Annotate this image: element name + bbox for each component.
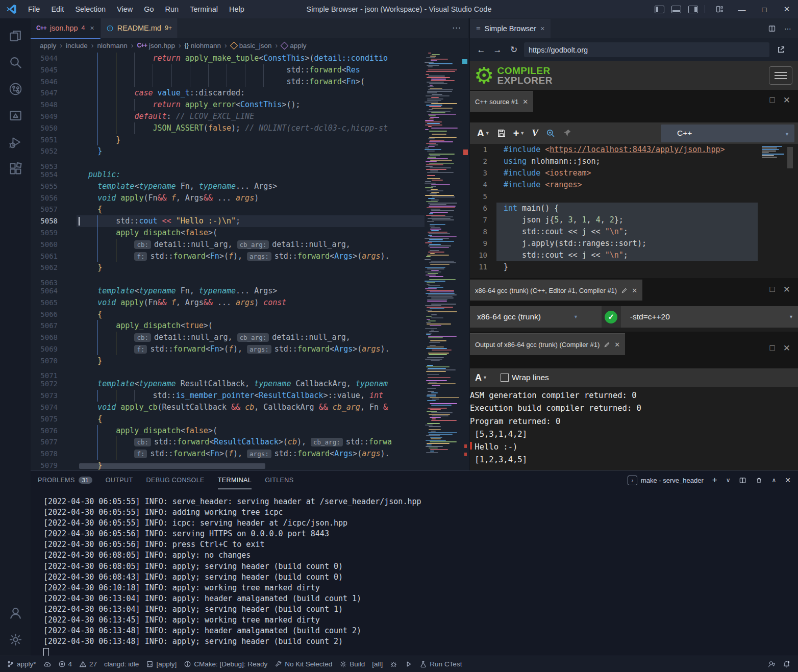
breadcrumb-item-nlohmann[interactable]: {}nlohmann [185, 42, 221, 49]
sidebar-item-source-control-icon[interactable] [3, 76, 28, 102]
minimize-button[interactable]: — [731, 0, 753, 18]
edit-title-icon[interactable] [621, 287, 628, 294]
code-line[interactable]: 3#include <iostream> [470, 167, 798, 179]
search-icon[interactable] [545, 128, 556, 138]
reload-icon[interactable]: ↻ [506, 44, 522, 55]
save-icon[interactable] [497, 129, 506, 138]
close-icon[interactable]: ✕ [632, 287, 637, 294]
code-line[interactable]: 5054 public: [31, 169, 425, 181]
maximize-pane-icon[interactable]: □ [769, 343, 775, 354]
status-cmake-debug-ready[interactable]: CMake: [Debug]: Ready [180, 660, 271, 668]
vim-mode-icon[interactable]: V [532, 128, 538, 139]
panel-tab-terminal[interactable]: TERMINAL [218, 471, 252, 489]
menu-edit[interactable]: Edit [45, 5, 69, 13]
maximize-button[interactable]: □ [753, 0, 776, 18]
code-line[interactable]: 5053 [31, 157, 425, 169]
font-size-icon[interactable]: A▼ [475, 372, 487, 383]
customize-layout-icon[interactable] [708, 0, 731, 18]
code-line[interactable]: 5071 [31, 367, 425, 379]
breadcrumb-item-apply[interactable]: apply [281, 42, 306, 49]
close-pane-icon[interactable]: ✕ [783, 284, 790, 295]
status-bug[interactable] [386, 660, 401, 668]
code-line[interactable]: 7 json j{5, 3, 1, 4, 2}; [470, 214, 798, 226]
code-line[interactable]: 5070 } [31, 355, 425, 367]
close-pane-icon[interactable]: ✕ [783, 95, 790, 106]
code-line[interactable]: 5064 template<typename Fn, typename... A… [31, 285, 425, 297]
open-external-icon[interactable] [777, 45, 785, 54]
more-actions-icon[interactable]: ⋯ [784, 24, 791, 33]
code-line[interactable]: 5066 { [31, 309, 425, 320]
menu-run[interactable]: Run [160, 5, 185, 13]
code-line[interactable]: 2using nlohmann::json; [470, 156, 798, 167]
terminal-output[interactable]: [2022-04-30 06:05:55] INFO: serve_header… [43, 496, 421, 647]
panel-tab-problems[interactable]: PROBLEMS31 [38, 471, 92, 489]
code-line[interactable]: 5076 apply_dispatch<false>( [31, 425, 425, 437]
code-line[interactable]: 5069 f:std::forward<Fn>(f), args:std::fo… [31, 343, 425, 355]
code-line[interactable]: 11} [470, 261, 798, 273]
status-bell[interactable] [779, 660, 794, 668]
code-line[interactable]: 5078 f:std::forward<Fn>(f), args:std::fo… [31, 448, 425, 460]
breadcrumb-item-nlohmann[interactable]: nlohmann [97, 42, 127, 49]
code-line[interactable]: 5047 case value_t::discarded: [31, 87, 425, 99]
close-icon[interactable]: × [540, 24, 544, 33]
terminal-instance[interactable]: › make - serve_header [628, 476, 704, 485]
status-cloud-sync[interactable] [40, 660, 55, 668]
toggle-secondary-sidebar-icon[interactable] [688, 6, 698, 13]
tab-json.hpp[interactable]: C++json.hpp4× [31, 18, 101, 39]
code-line[interactable]: 5068 cb:detail::null_arg, cb_arg:detail:… [31, 332, 425, 343]
close-pane-icon[interactable]: ✕ [783, 343, 790, 354]
close-icon[interactable]: × [90, 24, 94, 32]
code-line[interactable]: 5075 { [31, 413, 425, 425]
menu-view[interactable]: View [111, 5, 138, 13]
code-line[interactable]: 5072 template<typename ResultCallback, t… [31, 378, 425, 390]
status-clangd-idle[interactable]: clangd: idle [101, 660, 142, 668]
add-pane-icon[interactable]: +▼ [513, 128, 525, 139]
breadcrumb[interactable]: apply›include›nlohmann›C++json.hpp›{}nlo… [31, 38, 468, 53]
menu-help[interactable]: Help [223, 5, 250, 13]
sidebar-item-search-icon[interactable] [3, 49, 28, 76]
code-line[interactable]: 5077 cb:std::forward<ResultCallback>(cb)… [31, 436, 425, 448]
breadcrumb-item-include[interactable]: include [66, 42, 88, 49]
kill-terminal-icon[interactable] [755, 477, 763, 484]
toggle-panel-icon[interactable] [671, 6, 681, 13]
font-size-icon[interactable]: A▼ [477, 128, 490, 139]
close-panel-icon[interactable]: ✕ [785, 476, 791, 484]
tab-cpp-source[interactable]: C++ source #1✕ [470, 91, 533, 112]
account-icon[interactable] [3, 600, 28, 626]
close-icon[interactable]: ✕ [614, 341, 620, 349]
pin-icon[interactable] [563, 129, 572, 138]
chevron-down-icon[interactable]: ▼ [789, 314, 793, 319]
status-apply-[interactable]: apply* [3, 660, 40, 668]
code-line[interactable]: 5056 void apply(Fn&& f, Args&& ... args) [31, 192, 425, 204]
tab-simple-browser[interactable]: ≡ Simple Browser × [470, 19, 551, 38]
language-select[interactable]: C++▼ [661, 125, 794, 142]
minimap[interactable] [425, 53, 462, 470]
code-line[interactable]: 8 std::cout << j << "\n"; [470, 226, 798, 238]
sidebar-item-run-debug-icon[interactable] [3, 129, 28, 155]
back-icon[interactable]: ← [473, 45, 489, 55]
code-line[interactable]: 4#include <ranges> [470, 179, 798, 191]
maximize-panel-icon[interactable]: ∧ [771, 477, 776, 484]
code-line[interactable]: 5067 apply_dispatch<true>( [31, 320, 425, 332]
split-terminal-icon[interactable] [739, 477, 746, 484]
wrap-lines-checkbox[interactable] [501, 374, 509, 382]
tab-README.md[interactable]: README.md9+ [101, 18, 178, 38]
status--apply-[interactable]: [apply] [142, 660, 180, 668]
sidebar-item-files-icon[interactable] [3, 22, 28, 49]
code-line[interactable]: 5063 [31, 273, 425, 285]
code-line[interactable]: 5 [470, 191, 798, 203]
chevron-down-icon[interactable]: ∨ [726, 477, 731, 484]
code-line[interactable]: 5061 f:std::forward<Fn>(f), args:std::fo… [31, 251, 425, 262]
status-no-kit-selected[interactable]: No Kit Selected [271, 660, 336, 668]
close-button[interactable]: ✕ [776, 0, 798, 18]
code-line[interactable]: 10 std::cout << j << "\n"; [470, 250, 798, 261]
breadcrumb-item-basic_json[interactable]: basic_json [231, 42, 272, 49]
code-line[interactable]: 5051 } [31, 134, 425, 146]
close-icon[interactable]: ✕ [522, 98, 528, 106]
code-editor[interactable]: 5044 return apply_make_tuple<ConstThis>(… [31, 53, 468, 470]
horizontal-scrollbar[interactable] [79, 463, 265, 469]
split-editor-icon[interactable] [768, 24, 776, 33]
toggle-sidebar-icon[interactable] [655, 6, 664, 13]
sidebar-item-cmake-icon[interactable] [3, 102, 28, 129]
forward-icon[interactable]: → [489, 45, 506, 55]
